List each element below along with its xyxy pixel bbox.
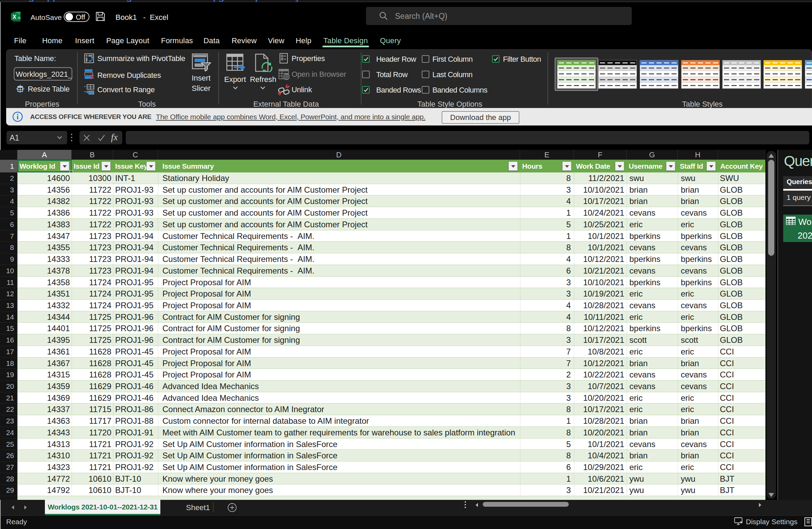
svg-text:X: X [13, 14, 16, 20]
